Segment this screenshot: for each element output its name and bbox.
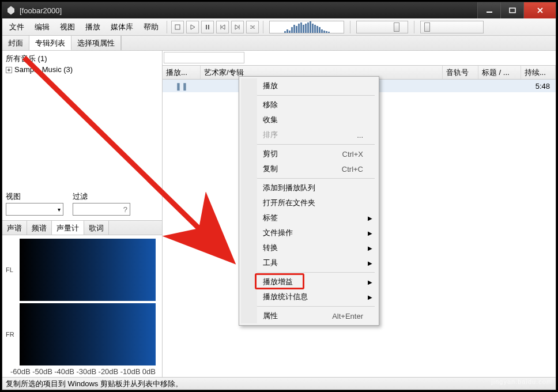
vu-fl-meter: [20, 239, 156, 301]
ctx-播放统计信息[interactable]: 播放统计信息▶: [257, 289, 377, 304]
titlebar: [foobar2000]: [2, 2, 556, 18]
menu-library[interactable]: 媒体库: [106, 20, 138, 35]
seek-slider[interactable]: [356, 21, 408, 33]
view-combo[interactable]: ▾: [6, 203, 63, 216]
window-title: [foobar2000]: [20, 6, 477, 15]
ctx-文件操作[interactable]: 文件操作▶: [257, 225, 377, 240]
tab-properties[interactable]: 选择项属性: [71, 36, 121, 50]
playlist-search-row: [163, 51, 556, 66]
menu-file[interactable]: 文件: [5, 20, 29, 35]
ctx-打开所在文件夹[interactable]: 打开所在文件夹: [257, 195, 377, 210]
ctx-添加到播放队列[interactable]: 添加到播放队列: [257, 180, 377, 195]
maximize-button[interactable]: [500, 2, 523, 18]
ltab-vumeter[interactable]: 声量计: [52, 221, 84, 235]
vu-fr-label: FR: [6, 331, 14, 338]
ltab-lyrics[interactable]: 歌词: [84, 221, 109, 235]
left-pane: 所有音乐 (1) +Sample Music (3) 视图 ▾ 过滤 声谱 频谱…: [2, 51, 163, 377]
left-tabs: 声谱 频谱 声量计 歌词: [2, 220, 162, 235]
prev-button[interactable]: [216, 21, 229, 33]
menu-view[interactable]: 视图: [55, 20, 80, 35]
ctx-转换[interactable]: 转换▶: [257, 240, 377, 255]
submenu-arrow-icon: ▶: [368, 245, 372, 251]
menu-help[interactable]: 帮助: [139, 20, 163, 35]
expand-icon[interactable]: +: [6, 67, 12, 73]
menu-playback[interactable]: 播放: [81, 20, 105, 35]
statusbar: 复制所选的项目到 Windows 剪贴板并从列表中移除。: [2, 377, 556, 390]
pause-button[interactable]: [201, 21, 214, 33]
ctx-播放[interactable]: 播放: [257, 78, 377, 93]
tree-child[interactable]: +Sample Music (3): [6, 65, 159, 74]
top-tabs: 封面 专辑列表 选择项属性: [2, 36, 556, 51]
tab-cover[interactable]: 封面: [2, 36, 29, 50]
db-scale: -60dB -50dB -40dB -30dB -20dB -10dB 0dB: [10, 367, 156, 376]
minimize-button[interactable]: [477, 2, 500, 18]
row-duration: 5:48: [521, 80, 556, 92]
submenu-arrow-icon: ▶: [368, 215, 372, 221]
filter-label: 过滤: [73, 191, 130, 202]
svg-rect-0: [487, 12, 492, 13]
col-play[interactable]: 播放...: [163, 66, 201, 79]
ltab-spectrogram[interactable]: 声谱: [2, 221, 27, 235]
col-title[interactable]: 标题 / ...: [478, 66, 521, 79]
menu-edit[interactable]: 编辑: [30, 20, 54, 35]
ctx-标签[interactable]: 标签▶: [257, 210, 377, 225]
ctx-移除[interactable]: 移除: [257, 97, 377, 112]
tree-root[interactable]: 所有音乐 (1): [6, 53, 159, 65]
ctx-收集[interactable]: 收集: [257, 112, 377, 127]
svg-rect-2: [175, 25, 180, 29]
random-button[interactable]: [246, 21, 259, 33]
ctx-播放增益[interactable]: 播放增益▶: [257, 274, 377, 289]
next-button[interactable]: [231, 21, 244, 33]
ctx-排序: 排序...: [257, 127, 377, 142]
watermark: Baidu 经验 jingyan.baidu.com: [491, 368, 552, 385]
ctx-剪切[interactable]: 剪切Ctrl+X: [257, 146, 377, 161]
svg-rect-1: [510, 8, 515, 13]
submenu-arrow-icon: ▶: [368, 294, 372, 300]
context-menu: 播放移除收集排序...剪切Ctrl+X复制Ctrl+C添加到播放队列打开所在文件…: [239, 76, 379, 326]
col-duration[interactable]: 持续...: [521, 66, 556, 79]
ctx-属性[interactable]: 属性Alt+Enter: [257, 308, 377, 323]
play-button[interactable]: [186, 21, 199, 33]
view-filter-row: 视图 ▾ 过滤: [2, 189, 162, 220]
library-tree[interactable]: 所有音乐 (1) +Sample Music (3): [2, 51, 162, 189]
app-icon: [6, 5, 16, 16]
vu-fl-label: FL: [6, 266, 13, 273]
vu-fr-meter: [20, 303, 156, 365]
volume-slider[interactable]: [420, 21, 484, 33]
stop-button[interactable]: [171, 21, 184, 33]
col-track[interactable]: 音轨号: [443, 66, 478, 79]
filter-input[interactable]: [73, 203, 130, 216]
ctx-工具[interactable]: 工具▶: [257, 255, 377, 270]
vu-panel: FL FR -60dB -50dB -40dB -30dB -20dB -10d…: [2, 235, 162, 377]
chevron-down-icon: ▾: [58, 206, 61, 213]
visualizer[interactable]: [269, 21, 344, 33]
svg-rect-3: [206, 25, 207, 29]
submenu-arrow-icon: ▶: [368, 260, 372, 266]
window-buttons: [477, 2, 556, 18]
close-button[interactable]: [523, 2, 556, 18]
menubar: 文件 编辑 视图 播放 媒体库 帮助: [2, 18, 556, 36]
pause-icon: ❚❚: [175, 82, 188, 91]
view-label: 视图: [6, 191, 63, 202]
submenu-arrow-icon: ▶: [368, 230, 372, 236]
playlist-search-input[interactable]: [164, 52, 244, 63]
svg-rect-4: [208, 25, 209, 29]
submenu-arrow-icon: ▶: [368, 279, 372, 285]
ctx-复制[interactable]: 复制Ctrl+C: [257, 161, 377, 176]
tab-album-list[interactable]: 专辑列表: [29, 36, 71, 50]
ltab-spectrum[interactable]: 频谱: [27, 221, 52, 235]
